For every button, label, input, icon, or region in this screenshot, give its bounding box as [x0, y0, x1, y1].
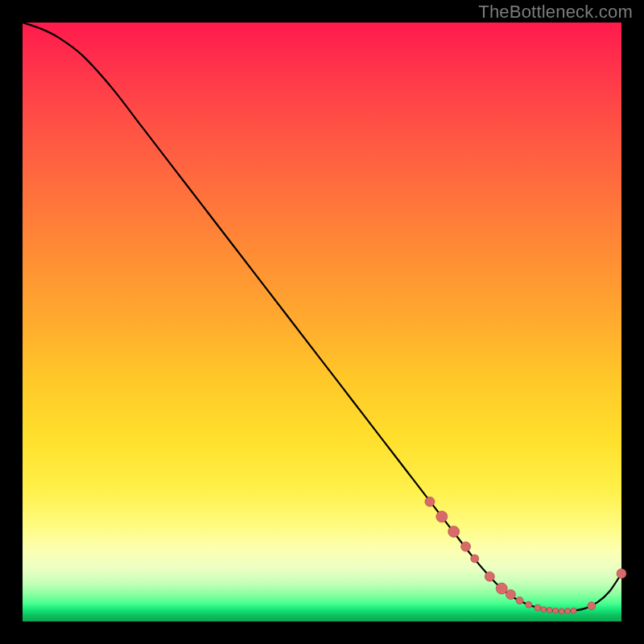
data-marker: [506, 590, 515, 600]
data-marker: [425, 497, 435, 506]
data-marker: [471, 555, 479, 563]
data-marker: [535, 605, 541, 611]
data-marker: [553, 608, 559, 613]
data-marker: [565, 608, 571, 613]
bottleneck-curve: [23, 23, 621, 611]
watermark-label: TheBottleneck.com: [478, 2, 633, 23]
data-marker: [448, 526, 460, 537]
data-marker: [496, 583, 507, 594]
data-marker: [559, 609, 564, 614]
data-marker: [571, 608, 576, 613]
chart-frame: TheBottleneck.com: [0, 0, 644, 644]
data-markers: [425, 497, 626, 614]
data-marker: [617, 568, 626, 578]
plot-area: [23, 23, 621, 621]
data-marker: [541, 607, 547, 613]
data-marker: [436, 511, 448, 522]
data-marker: [485, 572, 494, 581]
data-marker: [526, 601, 532, 608]
chart-svg: [23, 23, 621, 621]
data-marker: [461, 542, 471, 551]
data-marker: [516, 597, 523, 604]
data-marker: [547, 607, 552, 613]
data-marker: [588, 602, 596, 610]
